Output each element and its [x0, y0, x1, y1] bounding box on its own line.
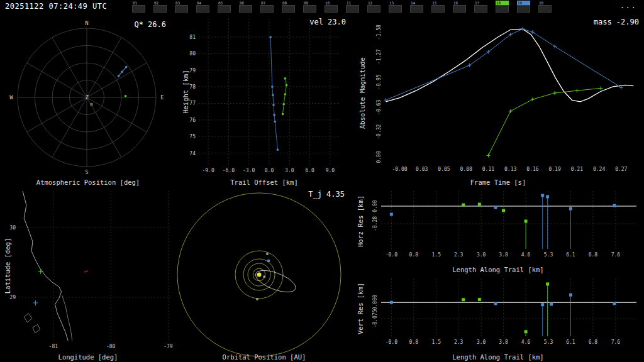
frame-number: 10	[325, 1, 338, 5]
svg-text:4.6: 4.6	[521, 252, 531, 258]
map-y-title: Latitude [deg]	[4, 238, 11, 294]
frame-image	[303, 5, 316, 13]
svg-text:3.0: 3.0	[477, 252, 486, 258]
panel-orbit: T_j 4.35 Orbital Position [AU]	[176, 187, 352, 362]
frame-image	[153, 5, 167, 13]
horz-res-y-title: Horz Res [km]	[357, 195, 364, 247]
light-curve-x-title: Frame Time [s]	[352, 178, 644, 186]
svg-text:0.11: 0.11	[482, 167, 494, 172]
svg-text:81: 81	[189, 35, 196, 40]
frame-thumb-14[interactable]: 14	[410, 1, 423, 13]
svg-text:75: 75	[189, 134, 196, 140]
frame-thumb-03[interactable]: 03	[175, 1, 188, 13]
light-curve-y-title: Absolute Magnitude	[358, 57, 366, 129]
frame-thumb-04[interactable]: 04	[196, 1, 209, 13]
velocity-label: vel 23.0	[309, 18, 346, 26]
svg-text:7.6: 7.6	[611, 339, 621, 345]
svg-text:6.8: 6.8	[589, 339, 598, 345]
trail-y-title: Height [km]	[182, 70, 189, 114]
trail-x-title: Trail Offset [km]	[176, 178, 352, 186]
panel-horz-residuals: -0.00.81.52.33.03.84.65.36.16.87.60.00-0…	[352, 187, 644, 275]
horz-residuals-chart: -0.00.81.52.33.03.84.65.36.16.87.60.00-0…	[352, 187, 644, 275]
frame-image	[132, 5, 145, 13]
svg-text:0.05: 0.05	[438, 167, 450, 172]
panel-atmospheric-position: NSEWZR Q* 26.6 Atmospheric Position [deg…	[0, 14, 176, 187]
q-star-label: Q* 26.6	[134, 20, 166, 29]
frame-image	[282, 5, 295, 13]
frame-image	[239, 5, 252, 13]
frame-thumb-05[interactable]: 05	[218, 1, 231, 13]
panel-trail-offset: -9.0-6.0-3.00.03.06.09.07475767778798081…	[176, 14, 352, 187]
frame-strip: 0102030405060708091011121314151617181920	[132, 1, 552, 13]
svg-text:-79: -79	[164, 344, 173, 349]
svg-text:-0.0: -0.0	[386, 339, 397, 345]
frame-thumb-13[interactable]: 13	[389, 1, 402, 13]
frame-thumb-19[interactable]: 19	[517, 1, 530, 13]
timestamp: 20251122 07:24:49 UTC	[5, 2, 107, 11]
frame-thumb-09[interactable]: 09	[303, 1, 316, 13]
model-light-curve	[386, 29, 633, 102]
svg-text:-0.32: -0.32	[376, 124, 382, 139]
svg-text:4.6: 4.6	[521, 339, 531, 345]
frame-thumb-18[interactable]: 18	[496, 1, 509, 13]
frame-thumb-08[interactable]: 08	[282, 1, 295, 13]
svg-text:-3.0: -3.0	[243, 168, 255, 173]
svg-text:0.08: 0.08	[460, 167, 472, 172]
svg-text:-6.0: -6.0	[223, 168, 235, 173]
residual-points	[390, 194, 616, 250]
frame-thumb-06[interactable]: 06	[239, 1, 252, 13]
svg-text:-0.00: -0.00	[392, 167, 407, 172]
svg-text:6.8: 6.8	[589, 252, 598, 258]
frame-thumb-01[interactable]: 01	[132, 1, 145, 13]
vert-res-y-title: Vert Res [km]	[357, 283, 364, 334]
station-1-trail	[269, 36, 279, 151]
panel-light-curve: -0.000.030.050.080.110.130.160.190.210.2…	[352, 14, 644, 187]
frame-image	[474, 5, 487, 13]
frame-number: 13	[389, 1, 402, 5]
frame-number: 08	[282, 1, 295, 5]
frame-number: 09	[303, 1, 316, 5]
horz-res-x-title: Length Along Trail [km]	[352, 266, 644, 273]
svg-text:79: 79	[189, 68, 196, 74]
svg-text:0.19: 0.19	[548, 167, 560, 172]
svg-text:6.1: 6.1	[566, 252, 575, 258]
frame-number: 19	[517, 1, 530, 5]
svg-text:-0.95: -0.95	[376, 74, 382, 89]
frame-image	[431, 5, 445, 13]
station-1-light-curve	[384, 27, 623, 102]
frame-number: 18	[496, 1, 509, 5]
light-curve-chart: -0.000.030.050.080.110.130.160.190.210.2…	[352, 14, 644, 187]
svg-text:2.3: 2.3	[454, 252, 464, 258]
svg-text:1.5: 1.5	[432, 252, 441, 258]
frame-image	[367, 5, 380, 13]
orbit-chart	[176, 187, 352, 362]
frame-image	[389, 5, 402, 13]
svg-text:30: 30	[9, 225, 16, 231]
svg-text:6.0: 6.0	[305, 168, 314, 173]
svg-text:3.8: 3.8	[499, 252, 508, 258]
svg-text:3.0: 3.0	[285, 168, 294, 173]
frame-number: 17	[474, 1, 487, 5]
frame-image	[410, 5, 423, 13]
frame-thumb-17[interactable]: 17	[474, 1, 487, 13]
svg-text:0.8: 0.8	[409, 252, 419, 258]
mass-label: mass -2.90	[594, 18, 639, 26]
frame-thumb-10[interactable]: 10	[325, 1, 338, 13]
overflow-menu[interactable]: ...	[620, 1, 636, 10]
frame-thumb-20[interactable]: 20	[538, 1, 552, 13]
frame-thumb-15[interactable]: 15	[431, 1, 445, 13]
station-1-track	[118, 66, 128, 77]
svg-text:9.0: 9.0	[326, 168, 335, 173]
svg-text:7.6: 7.6	[611, 252, 621, 258]
map-x-title: Longitude [deg]	[0, 353, 176, 361]
frame-thumb-12[interactable]: 12	[367, 1, 380, 13]
svg-text:5.3: 5.3	[544, 252, 553, 258]
svg-text:-80: -80	[106, 344, 116, 349]
svg-text:-1.27: -1.27	[376, 49, 382, 64]
frame-thumb-16[interactable]: 16	[453, 1, 466, 13]
frame-thumb-02[interactable]: 02	[153, 1, 167, 13]
sun-marker	[257, 273, 262, 277]
frame-thumb-11[interactable]: 11	[346, 1, 359, 13]
frame-image	[196, 5, 209, 13]
frame-thumb-07[interactable]: 07	[260, 1, 274, 13]
